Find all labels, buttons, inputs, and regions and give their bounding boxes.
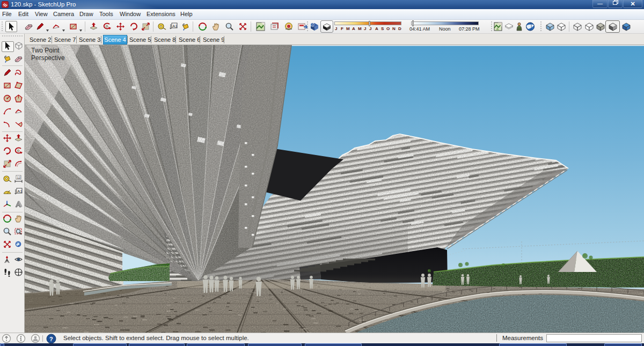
svg-text:i: i: [312, 23, 313, 26]
svg-text:?: ?: [49, 336, 53, 342]
svg-text:A1: A1: [18, 189, 23, 193]
svg-text:Two Point: Two Point: [31, 47, 60, 54]
svg-text:Perspective: Perspective: [31, 54, 65, 62]
svg-text:12: 12: [17, 176, 21, 179]
svg-text:A1: A1: [173, 24, 178, 28]
